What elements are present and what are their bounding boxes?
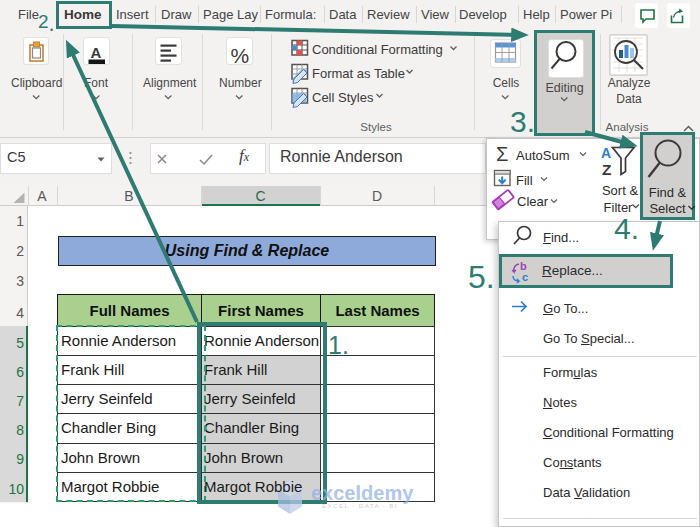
svg-text:EXCEL - DATA - BI: EXCEL - DATA - BI <box>322 502 398 509</box>
svg-text:exceldemy: exceldemy <box>311 482 414 504</box>
